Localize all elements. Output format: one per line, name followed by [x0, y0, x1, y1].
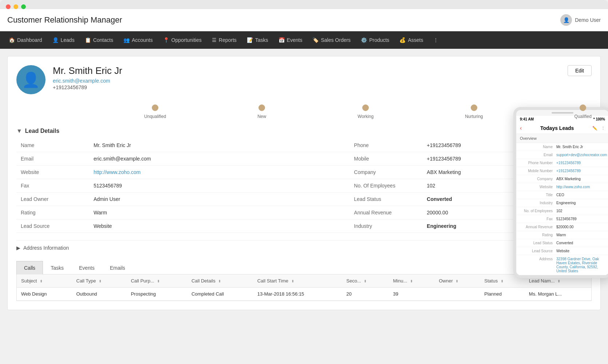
mobile-edit-icon[interactable]: ✏️ — [592, 126, 597, 131]
nav-item-contacts[interactable]: 📋 Contacts — [80, 31, 118, 49]
mobile-detail-row: Company ABX Marketing — [516, 175, 608, 183]
user-area: 👤 Demo User — [560, 14, 601, 26]
step-unqualified[interactable]: Unqualified — [144, 104, 166, 119]
minimize-button[interactable] — [13, 4, 18, 9]
app-title: Customer Relationship Manager — [7, 15, 122, 25]
progress-steps: Unqualified New Working Nurturing Qualif… — [16, 104, 592, 119]
sort-icon: ⬍ — [455, 279, 458, 283]
col-call-start-time[interactable]: Call Start Time ⬍ — [253, 274, 342, 288]
user-name[interactable]: Demo User — [575, 17, 601, 23]
mobile-field-title: CEO — [556, 193, 605, 197]
col-subject[interactable]: Subject ⬍ — [17, 274, 72, 288]
mobile-back-button[interactable]: ‹ — [520, 125, 522, 131]
nav-item-tasks[interactable]: 📝 Tasks — [242, 31, 273, 49]
field-label: Phone — [350, 139, 422, 152]
mobile-field-rating: Warm — [556, 233, 605, 237]
nav-label-assets: Assets — [408, 37, 423, 43]
mobile-field-label: Company — [520, 177, 556, 181]
mobile-detail-row: Lead Status Converted — [516, 239, 608, 247]
field-value-website[interactable]: http://www.zoho.com — [89, 166, 350, 179]
col-call-details[interactable]: Call Details ⬍ — [187, 274, 253, 288]
cell-call-details: Completed Call — [187, 288, 253, 301]
field-label: Industry — [350, 219, 422, 233]
close-button[interactable] — [6, 4, 11, 9]
cell-call-purpose: Prospecting — [126, 288, 187, 301]
mobile-field-label: Lead Source — [520, 249, 556, 253]
edit-button[interactable]: Edit — [568, 65, 592, 76]
mobile-detail-row: Industry Engineering — [516, 199, 608, 207]
lead-info: Mr. Smith Eric Jr eric.smith@example.com… — [53, 65, 122, 90]
step-label: Unqualified — [144, 114, 166, 119]
mobile-field-label: Annual Revenue — [520, 225, 556, 229]
maximize-button[interactable] — [21, 4, 26, 9]
tab-tasks[interactable]: Tasks — [43, 261, 71, 274]
mobile-detail-row: Lead Source Website — [516, 247, 608, 255]
col-seconds-label: Seco... — [346, 278, 361, 284]
address-section[interactable]: ▶ Address Information — [16, 240, 592, 255]
table-row: Lead Owner Admin User Lead Status Conver… — [16, 193, 592, 206]
lead-email[interactable]: eric.smith@example.com — [53, 78, 122, 84]
nav-item-products[interactable]: ⚙️ Products — [356, 31, 394, 49]
col-owner-label: Owner — [439, 278, 453, 284]
mobile-detail-row: Fax 5123456789 — [516, 215, 608, 223]
nav-label-contacts: Contacts — [93, 37, 113, 43]
field-value-fax: 5123456789 — [89, 179, 350, 193]
col-call-purpose[interactable]: Call Purp... ⬍ — [126, 274, 187, 288]
mobile-field-phone[interactable]: +19123456789 — [556, 161, 605, 165]
col-call-start-time-label: Call Start Time — [257, 278, 288, 284]
progress-bar-section: Unqualified New Working Nurturing Qualif… — [16, 104, 592, 119]
nav-item-accounts[interactable]: 👥 Accounts — [118, 31, 158, 49]
step-qualified[interactable]: Qualified — [575, 104, 592, 119]
step-new[interactable]: New — [257, 104, 266, 119]
main-card: 👤 Mr. Smith Eric Jr eric.smith@example.c… — [7, 56, 601, 310]
mobile-field-company: ABX Marketing — [556, 177, 605, 181]
col-owner[interactable]: Owner ⬍ — [435, 274, 480, 288]
step-nurturing[interactable]: Nurturing — [465, 104, 483, 119]
step-dot — [471, 104, 477, 111]
mobile-field-label: Fax — [520, 217, 556, 221]
tab-emails[interactable]: Emails — [102, 261, 133, 274]
col-status-label: Status — [484, 278, 498, 284]
tab-calls[interactable]: Calls — [16, 261, 43, 274]
calls-table-container: Subject ⬍ Call Type ⬍ Call Purp... ⬍ C — [16, 274, 592, 301]
nav-item-leads[interactable]: 👤 Leads — [47, 31, 80, 49]
col-lead-name-label: Lead Nam... — [529, 278, 555, 284]
mobile-field-label: Address — [520, 257, 556, 273]
field-label: Website — [16, 166, 89, 179]
field-value-name: Mr. Smith Eric Jr — [89, 139, 350, 152]
mobile-field-address[interactable]: 32398 Gardner Drive, Oak Haven Estates, … — [556, 257, 605, 273]
mobile-field-mobile[interactable]: +19123456789 — [556, 169, 605, 173]
more-icon: ⋮ — [433, 37, 438, 43]
reports-icon: ☰ — [212, 37, 217, 43]
mobile-more-icon[interactable]: ⋮ — [601, 126, 605, 131]
nav-item-assets[interactable]: 💰 Assets — [394, 31, 428, 49]
mobile-field-website[interactable]: http://www.zoho.com — [556, 185, 605, 189]
sort-icon: ⬍ — [291, 279, 294, 283]
lead-details-header[interactable]: ▼ Lead Details — [16, 128, 592, 134]
step-working[interactable]: Working — [358, 104, 374, 119]
nav-item-reports[interactable]: ☰ Reports — [207, 31, 242, 49]
nav-item-more[interactable]: ⋮ — [428, 31, 443, 49]
step-label: New — [257, 114, 266, 119]
mobile-detail-row: Email support+dev@zohocreator.com — [516, 151, 608, 159]
col-seconds[interactable]: Seco... ⬍ — [342, 274, 388, 288]
sort-icon: ⬍ — [99, 279, 102, 283]
step-dot — [258, 104, 265, 111]
table-row: Fax 5123456789 No. Of Employees 102 — [16, 179, 592, 193]
nav-label-dashboard: Dashboard — [17, 37, 42, 43]
sort-icon: ⬍ — [501, 279, 504, 283]
col-call-type[interactable]: Call Type ⬍ — [72, 274, 127, 288]
tab-events[interactable]: Events — [71, 261, 102, 274]
home-icon: 🏠 — [9, 37, 15, 43]
nav-item-events[interactable]: 📅 Events — [273, 31, 308, 49]
step-dot — [362, 104, 369, 111]
mobile-field-email[interactable]: support+dev@zohocreator.com — [556, 153, 607, 157]
nav-item-sales-orders[interactable]: 🏷️ Sales Orders — [307, 31, 356, 49]
mobile-field-label: Industry — [520, 201, 556, 205]
nav-item-opportunities[interactable]: 📍 Opportunities — [158, 31, 207, 49]
mobile-actions: ✏️ ⋮ — [592, 126, 605, 131]
cell-status: Planned — [480, 288, 525, 301]
field-label: Mobile — [350, 152, 422, 166]
nav-item-dashboard[interactable]: 🏠 Dashboard — [4, 31, 47, 49]
col-minutes[interactable]: Minu... ⬍ — [389, 274, 435, 288]
